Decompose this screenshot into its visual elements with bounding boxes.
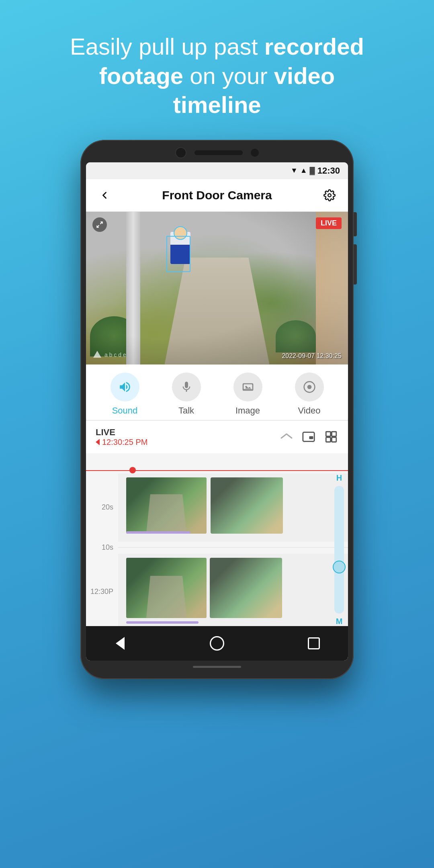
svg-marker-3 xyxy=(93,351,101,358)
timeline-content: 20s xyxy=(86,473,348,626)
timeline-track-1 xyxy=(118,473,348,542)
control-buttons-row: Sound Talk xyxy=(86,373,348,416)
thumb-path-1 xyxy=(146,494,186,534)
talk-label: Talk xyxy=(178,405,194,416)
nav-back-button[interactable] xyxy=(110,633,130,653)
headline-bold-recorded: recorded xyxy=(264,33,364,59)
controls-section: Sound Talk xyxy=(86,364,348,420)
time-label-20s: 20s xyxy=(86,503,118,512)
phone-bottom-bar xyxy=(86,664,348,670)
time-label-10s: 10s xyxy=(86,543,118,552)
camera-watermark: a b c d e xyxy=(92,350,126,360)
status-icons: ▼ ▲ ▓ 12:30 xyxy=(291,166,340,176)
image-icon-circle[interactable] xyxy=(233,373,262,401)
timeline-thumbnail-2 xyxy=(211,477,283,534)
bottom-navigation xyxy=(86,626,348,661)
timeline-event-bar-2 xyxy=(126,621,199,624)
svg-point-7 xyxy=(307,385,311,389)
scroll-indicator[interactable]: H M xyxy=(330,473,348,626)
scroll-m-label: M xyxy=(336,617,343,626)
timeline-controls xyxy=(280,430,338,444)
timeline-row-1230: 12:30P xyxy=(86,554,348,626)
live-indicator: LIVE 12:30:25 PM xyxy=(96,427,147,447)
phone-screen: ▼ ▲ ▓ 12:30 Front Door Camera xyxy=(86,162,348,661)
headline-text-part2: on your xyxy=(183,63,274,89)
timeline-grid-10s xyxy=(118,547,348,548)
thumb-path-2 xyxy=(146,576,186,618)
thumb-image-1 xyxy=(126,477,207,534)
settings-button[interactable] xyxy=(321,186,338,204)
power-button xyxy=(354,212,357,236)
live-timestamp: 12:30:25 PM xyxy=(102,438,147,447)
sound-icon-circle[interactable] xyxy=(111,373,139,401)
scroll-h-label: H xyxy=(336,473,342,483)
video-label: Video xyxy=(298,405,321,416)
talk-control[interactable]: Talk xyxy=(172,373,201,416)
timeline-expand-button[interactable] xyxy=(280,430,293,443)
watermark-text: a b c d e xyxy=(104,352,126,358)
status-time: 12:30 xyxy=(317,166,340,176)
front-camera xyxy=(175,147,186,158)
camera-feed: LIVE a b c d e 2022-09-07 12:30:25 xyxy=(86,212,348,364)
fullscreen-button[interactable] xyxy=(92,217,107,232)
nav-recent-button[interactable] xyxy=(304,633,324,653)
timeline-track-2 xyxy=(118,554,348,626)
scroll-thumb[interactable] xyxy=(333,561,346,573)
sound-control[interactable]: Sound xyxy=(111,373,139,416)
battery-icon: ▓ xyxy=(310,166,315,175)
svg-rect-13 xyxy=(332,437,336,442)
app-bar: Front Door Camera xyxy=(86,179,348,212)
talk-icon-circle[interactable] xyxy=(172,373,201,401)
timeline-thumbnail-3 xyxy=(126,558,207,618)
pip-layout-button[interactable] xyxy=(301,430,316,444)
camera-timestamp: 2022-09-07 12:30:25 xyxy=(282,352,342,360)
live-badge: LIVE xyxy=(316,217,342,229)
sound-label: Sound xyxy=(112,405,138,416)
time-label-1230: 12:30P xyxy=(86,588,118,596)
headline-bold-footage: footage xyxy=(99,63,183,89)
timeline-row-10s-gap: 10s xyxy=(86,542,348,554)
image-label: Image xyxy=(235,405,260,416)
grid-layout-button[interactable] xyxy=(324,430,338,444)
home-nav-icon xyxy=(210,636,224,651)
back-nav-icon xyxy=(116,637,125,650)
timeline-thumbnail-1 xyxy=(126,477,207,534)
video-icon-circle[interactable] xyxy=(295,373,324,401)
timeline-header: LIVE 12:30:25 PM xyxy=(86,420,348,453)
timeline-event-bar-1 xyxy=(126,531,190,534)
timeline-area[interactable]: 20s xyxy=(86,453,348,626)
thumb-image-3 xyxy=(126,558,207,618)
wifi-icon: ▼ xyxy=(291,166,298,175)
svg-point-0 xyxy=(328,194,331,197)
image-control[interactable]: Image xyxy=(233,373,262,416)
svg-rect-11 xyxy=(332,432,336,436)
recent-nav-icon xyxy=(308,637,320,649)
svg-rect-10 xyxy=(326,432,330,436)
headline-text-part1: Easily pull up past xyxy=(70,33,264,59)
fisheye-overlay xyxy=(86,212,348,364)
timeline-playhead-dot xyxy=(129,467,136,473)
scroll-track[interactable] xyxy=(334,486,344,614)
live-arrow-icon xyxy=(96,439,100,445)
back-button[interactable] xyxy=(96,186,113,204)
proximity-sensor xyxy=(251,149,259,157)
header-section: Easily pull up past recorded footage on … xyxy=(56,32,378,120)
timeline-row-20s: 20s xyxy=(86,473,348,542)
earpiece-speaker xyxy=(194,150,243,155)
volume-button xyxy=(354,244,357,285)
video-control[interactable]: Video xyxy=(295,373,324,416)
status-bar: ▼ ▲ ▓ 12:30 xyxy=(86,162,348,179)
svg-rect-12 xyxy=(326,437,330,442)
thumb-image-4 xyxy=(210,558,282,618)
camera-title: Front Door Camera xyxy=(162,188,272,202)
phone-shell: ▼ ▲ ▓ 12:30 Front Door Camera xyxy=(80,140,354,679)
signal-icon: ▲ xyxy=(300,166,307,175)
timeline-playhead-line xyxy=(86,470,348,471)
phone-device: ▼ ▲ ▓ 12:30 Front Door Camera xyxy=(72,140,362,679)
live-label: LIVE xyxy=(96,427,115,438)
home-indicator-bar xyxy=(193,666,241,668)
person-detection-box xyxy=(166,236,190,272)
thumb-image-2 xyxy=(211,477,283,534)
nav-home-button[interactable] xyxy=(207,633,227,653)
phone-top-hardware xyxy=(86,147,348,158)
